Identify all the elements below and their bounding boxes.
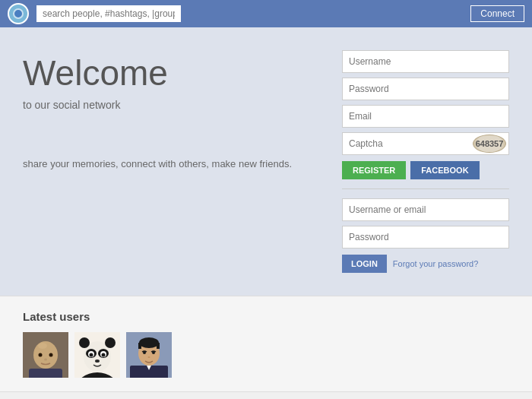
svg-point-11 bbox=[79, 337, 90, 348]
user-avatar-2[interactable] bbox=[74, 332, 120, 378]
footer-section: Connect Connect with your family and fri… bbox=[0, 391, 532, 399]
login-password-input[interactable] bbox=[342, 226, 509, 249]
welcome-description: share your memories, connect with others… bbox=[23, 157, 327, 172]
svg-rect-25 bbox=[138, 343, 141, 349]
svg-point-12 bbox=[105, 337, 116, 348]
svg-point-6 bbox=[49, 353, 53, 357]
register-button[interactable]: REGISTER bbox=[342, 161, 406, 179]
svg-point-28 bbox=[152, 351, 155, 354]
svg-point-29 bbox=[148, 356, 150, 358]
svg-point-5 bbox=[39, 353, 43, 357]
welcome-title: Welcome bbox=[23, 54, 327, 93]
form-column: 648357 REGISTER FACEBOOK LOGIN Forgot yo… bbox=[342, 50, 509, 273]
logo bbox=[8, 3, 29, 24]
svg-point-7 bbox=[44, 359, 47, 361]
facebook-button[interactable]: FACEBOOK bbox=[410, 161, 479, 179]
form-divider bbox=[342, 188, 509, 189]
register-username-input[interactable] bbox=[342, 50, 509, 73]
latest-users-title: Latest users bbox=[23, 310, 509, 323]
welcome-column: Welcome to our social network share your… bbox=[23, 50, 327, 273]
captcha-badge: 648357 bbox=[473, 135, 506, 153]
svg-point-24 bbox=[139, 337, 159, 348]
svg-point-27 bbox=[143, 351, 146, 354]
connect-button[interactable]: Connect bbox=[470, 5, 524, 22]
svg-rect-26 bbox=[157, 343, 160, 349]
svg-point-18 bbox=[102, 353, 106, 357]
user-avatar-3[interactable] bbox=[126, 332, 172, 378]
logo-inner bbox=[13, 8, 24, 19]
register-password-input[interactable] bbox=[342, 78, 509, 100]
search-input[interactable] bbox=[36, 5, 181, 22]
register-email-input[interactable] bbox=[342, 105, 509, 128]
login-button[interactable]: LOGIN bbox=[342, 255, 387, 273]
login-row: LOGIN Forgot your password? bbox=[342, 255, 509, 273]
captcha-row: 648357 bbox=[342, 132, 509, 155]
welcome-subtitle: to our social network bbox=[23, 99, 327, 111]
svg-point-19 bbox=[95, 359, 100, 363]
login-username-input[interactable] bbox=[342, 198, 509, 221]
svg-point-17 bbox=[90, 353, 93, 357]
forgot-password-link[interactable]: Forgot your password? bbox=[393, 259, 479, 268]
register-button-row: REGISTER FACEBOOK bbox=[342, 161, 509, 179]
user-avatars-row bbox=[23, 332, 509, 378]
svg-point-4 bbox=[38, 343, 47, 349]
latest-users-section: Latest users bbox=[0, 296, 532, 391]
user-avatar-1[interactable] bbox=[23, 332, 68, 378]
main-section: Welcome to our social network share your… bbox=[0, 27, 532, 296]
header: Connect bbox=[0, 0, 532, 27]
svg-rect-2 bbox=[29, 369, 62, 378]
